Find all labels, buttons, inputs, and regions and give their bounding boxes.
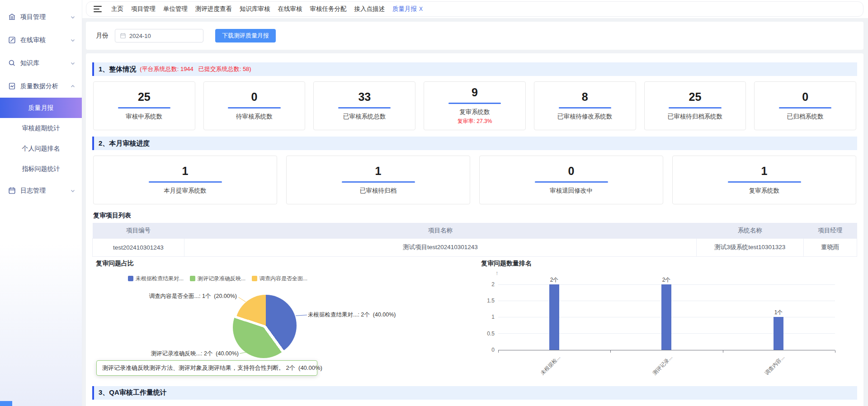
legend-swatch <box>252 276 257 281</box>
stat-card: 1 已审核待归档 <box>286 156 470 204</box>
stat-label: 本月提审系统数 <box>164 187 207 195</box>
legend-swatch <box>128 276 133 281</box>
edit-icon <box>8 36 16 44</box>
chevron-down-icon <box>70 61 75 66</box>
collapse-sidebar-icon[interactable] <box>94 6 102 12</box>
cell-project-manager: 董晓雨 <box>803 238 857 256</box>
tab-unit-management[interactable]: 单位管理 <box>163 5 188 13</box>
sidebar-item-label: 项目管理 <box>20 13 70 21</box>
bar[interactable] <box>661 284 671 350</box>
sidebar-subitem-quality-monthly-report[interactable]: 质量月报 <box>0 98 82 118</box>
axis-tick <box>723 350 723 353</box>
month-value-field[interactable] <box>129 33 184 39</box>
stat-underline <box>338 107 391 109</box>
legend-label: 测评记录准确反映... <box>198 275 245 283</box>
stat-card: 33 已审核系统总数 <box>313 81 415 130</box>
top-navigation: 主页 项目管理 单位管理 测评进度查看 知识库审核 在线审核 审核任务分配 接入… <box>82 0 868 18</box>
stat-value: 25 <box>138 91 151 104</box>
bank-icon <box>8 13 16 21</box>
tab-project-management[interactable]: 项目管理 <box>131 5 156 13</box>
tab-quality-monthly-report[interactable]: 质量月报X <box>392 5 423 13</box>
stat-underline <box>118 107 170 109</box>
sidebar-subitem-label: 审核超期统计 <box>22 124 60 132</box>
tab-online-review[interactable]: 在线审核 <box>278 5 302 13</box>
stat-label: 审核退回修改中 <box>550 187 593 195</box>
sidebar: 项目管理 在线审核 知识库 质量数据分析 质量月报 <box>0 0 82 406</box>
axis-tick <box>498 350 499 353</box>
cell-system-name: 测试3级系统test10301323 <box>696 238 803 256</box>
stat-label: 已审核待归档系统数 <box>668 113 723 121</box>
sidebar-subitem-label: 个人问题排名 <box>22 145 60 153</box>
app-root: 项目管理 在线审核 知识库 质量数据分析 质量月报 <box>0 0 868 406</box>
bottom-accent-bar <box>0 401 12 406</box>
sidebar-subitem-label: 质量月报 <box>28 104 54 112</box>
section2-header: 2、本月审核进度 <box>92 137 857 150</box>
pie-label-connector <box>240 352 246 354</box>
download-monthly-report-button[interactable]: 下载测评质量月报 <box>215 29 276 42</box>
stat-label: 已审核系统总数 <box>343 113 386 121</box>
tab-home[interactable]: 主页 <box>111 5 123 13</box>
data-analysis-icon <box>8 82 16 90</box>
stat-label: 审核中系统数 <box>126 113 162 121</box>
stat-value: 1 <box>761 165 768 178</box>
tab-label: 质量月报 <box>392 5 417 12</box>
section1-title: 1、整体情况 <box>99 65 136 74</box>
section1-note: (平台系统总数: 1944 已提交系统总数: 58) <box>140 65 251 73</box>
y-tick-label: 1.5 <box>481 297 495 304</box>
stat-card: 0 审核退回修改中 <box>479 156 663 204</box>
stat-value: 0 <box>568 165 575 178</box>
sidebar-subitem-indicator-issue-stats[interactable]: 指标问题统计 <box>0 159 82 179</box>
tab-access-point-description[interactable]: 接入点描述 <box>354 5 385 13</box>
x-axis-line <box>498 350 835 350</box>
tab-review-task-assignment[interactable]: 审核任务分配 <box>310 5 347 13</box>
legend-item[interactable]: 测评记录准确反映... <box>190 275 245 283</box>
stat-label: 已审核待修改系统数 <box>557 113 613 121</box>
legend-item[interactable]: 调查内容是否全面... <box>252 275 307 283</box>
bar[interactable] <box>774 317 783 350</box>
sidebar-subitem-personal-issue-ranking[interactable]: 个人问题排名 <box>0 138 82 159</box>
month-picker-input[interactable] <box>115 29 203 42</box>
stat-label: 复审系统数 <box>459 108 490 116</box>
stat-card: 25 审核中系统数 <box>93 81 195 130</box>
sidebar-item-log-management[interactable]: 日志管理 <box>0 179 82 202</box>
bar[interactable] <box>549 284 559 350</box>
stat-underline <box>669 107 721 109</box>
pie-slice-label: 测评记录准确反映...: 2个 (40.00%) <box>121 350 239 358</box>
stat-card: 25 已审核待归档系统数 <box>644 81 746 130</box>
stat-label: 已审核待归档 <box>360 187 396 195</box>
legend-label: 未根据检查结果对... <box>136 275 184 283</box>
legend-item[interactable]: 未根据检查结果对... <box>128 275 184 283</box>
sidebar-item-online-review[interactable]: 在线审核 <box>0 28 82 52</box>
review-project-table: 项目编号 项目名称 系统名称 项目经理 test202410301243 测试项… <box>92 223 857 257</box>
report-content: 1、整体情况 (平台系统总数: 1944 已提交系统总数: 58) 25 审核中… <box>86 53 863 406</box>
pie-chart-title: 复审问题占比 <box>96 260 134 268</box>
cell-project-name: 测试项目test202410301243 <box>184 238 696 256</box>
review-table-title: 复审项目列表 <box>93 212 856 220</box>
tab-knowledge-review[interactable]: 知识库审核 <box>240 5 270 13</box>
sidebar-item-quality-data-analysis[interactable]: 质量数据分析 <box>0 75 82 98</box>
legend-label: 调查内容是否全面... <box>259 275 307 283</box>
section2-title: 2、本月审核进度 <box>99 139 150 148</box>
stat-card: 1 本月提审系统数 <box>93 156 277 204</box>
pie-slice-label: 调查内容是否全面...: 1个 (20.00%) <box>119 293 237 300</box>
sidebar-item-knowledge-base[interactable]: 知识库 <box>0 52 82 75</box>
section3-wrap: 3、QA审核工作量统计 <box>92 386 857 400</box>
stat-value: 9 <box>472 86 478 99</box>
pie-tooltip: 测评记录准确反映测评方法、测评对象及测评结果，支持符合性判断。 2个 (40.0… <box>96 360 317 376</box>
section1-header: 1、整体情况 (平台系统总数: 1944 已提交系统总数: 58) <box>92 62 857 76</box>
calendar-icon <box>120 33 126 39</box>
stat-underline <box>448 103 501 104</box>
sidebar-subitem-review-overdue-stats[interactable]: 审核超期统计 <box>0 118 82 138</box>
sidebar-item-label: 质量数据分析 <box>20 82 70 90</box>
sidebar-item-project-management[interactable]: 项目管理 <box>0 5 82 28</box>
section3-header: 3、QA审核工作量统计 <box>92 386 857 400</box>
tab-evaluation-progress[interactable]: 测评进度查看 <box>195 5 232 13</box>
tab-close-icon[interactable]: X <box>419 6 423 12</box>
stat-underline <box>535 181 608 183</box>
stat-card: 9 复审系统数 复审率: 27.3% <box>424 81 526 130</box>
pie-slice-label: 未根据检查结果对...: 2个 (40.00%) <box>308 311 396 319</box>
stat-value: 25 <box>689 91 702 104</box>
pie-selected-slice[interactable] <box>233 297 294 358</box>
pie-label-connector <box>238 297 245 302</box>
main-area: 主页 项目管理 单位管理 测评进度查看 知识库审核 在线审核 审核任务分配 接入… <box>82 0 868 406</box>
